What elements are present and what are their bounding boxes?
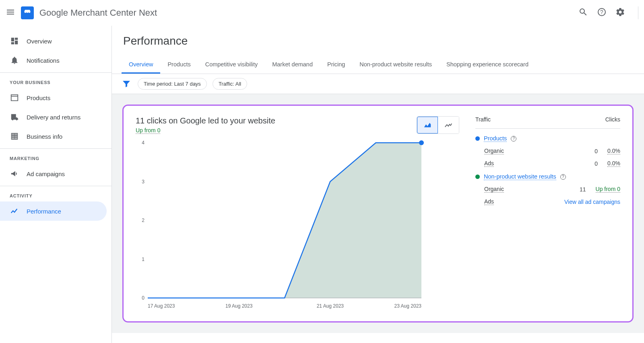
sidebar-item-label: Business info xyxy=(27,133,62,140)
svg-text:2: 2 xyxy=(142,218,144,223)
sidebar-item-label: Delivery and returns xyxy=(27,114,80,121)
sidebar: Overview Notifications YOUR BUSINESS Pro… xyxy=(0,26,112,343)
help-icon[interactable]: ? xyxy=(560,174,566,180)
sidebar-item-label: Overview xyxy=(27,38,52,45)
topbar-left: Google Merchant Center Next xyxy=(6,6,157,19)
sidebar-item-label: Performance xyxy=(27,208,61,215)
dashboard-icon xyxy=(10,36,19,46)
svg-text:3: 3 xyxy=(142,179,144,185)
trend-icon xyxy=(10,206,19,216)
toggle-line-chart[interactable] xyxy=(438,117,459,134)
topbar: Google Merchant Center Next ? xyxy=(0,0,644,26)
legend-value: 11 xyxy=(580,186,586,193)
main-content: Performance Overview Products Competitiv… xyxy=(112,26,644,343)
brand-product-word: Merchant Center Next xyxy=(70,8,157,18)
sidebar-item-label: Notifications xyxy=(27,57,60,64)
truck-icon xyxy=(10,112,19,122)
legend-label: Organic xyxy=(484,148,504,154)
legend-row-products-organic: Organic 0 0.0% xyxy=(475,148,620,154)
sidebar-item-delivery[interactable]: Delivery and returns xyxy=(0,107,107,127)
chart-type-toggle xyxy=(417,116,459,134)
chart-section: 11 clicks on Google led to your website … xyxy=(136,116,459,313)
legend-label: Ads xyxy=(484,198,494,205)
sidebar-item-label: Products xyxy=(27,94,50,101)
clicks-card: 11 clicks on Google led to your website … xyxy=(122,105,634,322)
legend-percent: 0.0% xyxy=(607,160,620,167)
toggle-area-chart[interactable] xyxy=(417,117,438,134)
legend-row-np-ads: Ads View all ad campaigns xyxy=(475,198,620,205)
legend-header: Traffic Clicks xyxy=(475,116,620,129)
sidebar-item-ad-campaigns[interactable]: Ad campaigns xyxy=(0,164,107,183)
legend-dot-products xyxy=(475,136,480,141)
tab-market-demand[interactable]: Market demand xyxy=(265,56,320,74)
svg-text:4: 4 xyxy=(142,140,144,146)
clicks-chart: 0123417 Aug 202319 Aug 202321 Aug 202323… xyxy=(136,139,459,313)
legend-label: Ads xyxy=(484,160,494,167)
brand-title: Google Merchant Center Next xyxy=(39,8,157,18)
svg-text:17 Aug 2023: 17 Aug 2023 xyxy=(148,303,175,309)
tab-overview[interactable]: Overview xyxy=(122,56,160,74)
sidebar-item-products[interactable]: Products xyxy=(0,88,107,107)
filter-bar: Time period: Last 7 days Traffic: All xyxy=(112,74,644,94)
sidebar-item-notifications[interactable]: Notifications xyxy=(0,51,107,70)
sidebar-item-business-info[interactable]: Business info xyxy=(0,127,107,146)
topbar-right: ? xyxy=(578,6,638,19)
legend-view-all-link[interactable]: View all ad campaigns xyxy=(564,199,620,205)
legend-link-products[interactable]: Products xyxy=(484,135,507,142)
performance-tabs: Overview Products Competitive visibility… xyxy=(112,56,644,74)
page-title: Performance xyxy=(112,26,644,47)
legend-row-products-ads: Ads 0 0.0% xyxy=(475,160,620,167)
sidebar-section-activity: ACTIVITY xyxy=(0,186,111,201)
legend-dot-nonproduct xyxy=(475,175,480,179)
tab-shopping-scorecard[interactable]: Shopping experience scorecard xyxy=(439,56,536,74)
legend-link-nonproduct[interactable]: Non-product website results xyxy=(484,173,556,180)
help-icon[interactable]: ? xyxy=(597,7,607,18)
settings-icon[interactable] xyxy=(615,7,625,18)
topbar-divider xyxy=(638,6,638,19)
legend-label: Organic xyxy=(484,186,504,193)
help-icon[interactable]: ? xyxy=(511,136,516,142)
card-header: 11 clicks on Google led to your website … xyxy=(136,116,459,134)
filter-chip-time-period[interactable]: Time period: Last 7 days xyxy=(138,78,207,90)
sidebar-section-business: YOUR BUSINESS xyxy=(0,72,111,88)
sidebar-section-marketing: MARKETING xyxy=(0,148,111,164)
legend-col-traffic: Traffic xyxy=(475,116,491,123)
tab-non-product-results[interactable]: Non-product website results xyxy=(352,56,439,74)
legend-change: Up from 0 xyxy=(596,186,620,193)
legend-group-products: Products ? Organic 0 0.0% Ads 0 0.0% xyxy=(475,135,620,167)
legend-col-clicks: Clicks xyxy=(605,116,620,123)
product-logo xyxy=(21,6,34,19)
search-icon[interactable] xyxy=(578,7,588,18)
bell-icon xyxy=(10,55,19,65)
svg-text:19 Aug 2023: 19 Aug 2023 xyxy=(225,303,253,309)
legend-percent: 0.0% xyxy=(607,148,620,154)
legend-value: 0 xyxy=(594,160,598,167)
tab-products[interactable]: Products xyxy=(160,56,198,74)
hamburger-menu-icon[interactable] xyxy=(6,7,15,18)
legend-row-np-organic: Organic 11 Up from 0 xyxy=(475,186,620,193)
megaphone-icon xyxy=(10,169,19,179)
card-headline: 11 clicks on Google led to your website xyxy=(136,116,275,125)
tab-pricing[interactable]: Pricing xyxy=(320,56,352,74)
filter-chip-traffic[interactable]: Traffic: All xyxy=(213,78,247,90)
svg-text:21 Aug 2023: 21 Aug 2023 xyxy=(317,303,344,309)
svg-text:0: 0 xyxy=(142,295,144,301)
card-subtext: Up from 0 xyxy=(136,127,160,134)
sidebar-item-label: Ad campaigns xyxy=(27,170,65,177)
sidebar-item-overview[interactable]: Overview xyxy=(0,31,107,51)
tag-icon xyxy=(10,93,19,103)
legend-group-nonproduct: Non-product website results ? Organic 11… xyxy=(475,173,620,205)
legend-value: 0 xyxy=(594,148,598,154)
svg-text:1: 1 xyxy=(142,257,144,262)
brand-google-word: Google xyxy=(39,8,68,18)
building-icon xyxy=(10,131,19,141)
tab-competitive-visibility[interactable]: Competitive visibility xyxy=(198,56,265,74)
legend-section: Traffic Clicks Products ? Organic 0 0.0% xyxy=(475,116,620,313)
svg-text:?: ? xyxy=(600,9,603,15)
filter-icon[interactable] xyxy=(122,79,132,89)
content-area: 11 clicks on Google led to your website … xyxy=(112,94,644,333)
svg-point-12 xyxy=(419,140,424,145)
svg-text:23 Aug 2023: 23 Aug 2023 xyxy=(394,303,422,309)
sidebar-item-performance[interactable]: Performance xyxy=(0,201,107,221)
